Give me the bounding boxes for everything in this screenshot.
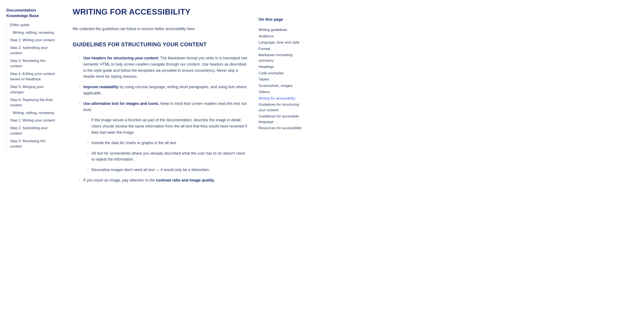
- toc-item[interactable]: Videos: [258, 89, 306, 95]
- nav-item[interactable]: Step 3: Reviewing the content: [10, 58, 56, 69]
- sub-list-item: Include the data for charts or graphs in…: [87, 140, 248, 146]
- nav-item[interactable]: Step 4: Editing your content based on fe…: [10, 71, 56, 82]
- nav-item[interactable]: Writing, editing, reviewing: [10, 110, 56, 116]
- right-sidebar: On this page Writing guidelines Audience…: [256, 0, 312, 325]
- list-item: Use alternative text for images and icon…: [79, 101, 248, 173]
- page-title: WRITING FOR ACCESSIBILITY: [73, 7, 248, 16]
- toc-item[interactable]: Code examples: [258, 70, 306, 76]
- list-item-end: .: [214, 178, 215, 182]
- sub-list-item: Decorative images don't need alt text — …: [87, 167, 248, 173]
- toc-item[interactable]: Tables: [258, 77, 306, 82]
- nav-item[interactable]: Step 5: Merging your changes: [10, 84, 56, 95]
- nav-item[interactable]: Step 1: Writing your content: [10, 37, 56, 43]
- toc-title: On this page: [258, 17, 306, 22]
- list-item-bold: Improve readability: [83, 85, 118, 89]
- nav-item[interactable]: Step 6: Deploying the final content: [10, 97, 56, 108]
- left-sidebar: Documentation Knowledge Base Editor guid…: [0, 0, 60, 325]
- list-item-bold: contrast ratio and image quality: [156, 178, 214, 182]
- toc-item-active[interactable]: Writing for accessibility: [258, 96, 306, 101]
- toc-item[interactable]: Headings: [258, 64, 306, 70]
- toc-item[interactable]: Language, tone and style: [258, 40, 306, 45]
- list-item: Use headers for structuring your content…: [79, 55, 248, 80]
- guideline-list: Use headers for structuring your content…: [73, 55, 248, 183]
- nav-item[interactable]: Step 2: Submitting your content: [10, 125, 56, 136]
- main-content: WRITING FOR ACCESSIBILITY We collected t…: [60, 0, 256, 325]
- sidebar-title: Documentation Knowledge Base: [6, 7, 56, 18]
- nav-item[interactable]: Step 3: Reviewing the content: [10, 138, 56, 149]
- toc-item[interactable]: Resources for accessibility: [258, 125, 306, 131]
- nav-item[interactable]: Editor guide: [10, 22, 56, 28]
- sub-list: If the image serves a function as part o…: [83, 117, 248, 173]
- toc-item[interactable]: Screenshots, images: [258, 83, 306, 89]
- toc-item[interactable]: Format: [258, 46, 306, 52]
- list-item-bold: Use headers for structuring your content: [83, 56, 158, 60]
- list-item-bold: Use alternative text for images and icon…: [83, 101, 159, 106]
- toc-item[interactable]: Writing guidelines: [258, 27, 306, 33]
- list-item-text: If you insert an image, pay attention to…: [83, 178, 156, 182]
- section-heading: GUIDELINES FOR STRUCTURING YOUR CONTENT: [73, 41, 248, 48]
- nav-item[interactable]: Step 1: Writing your content: [10, 118, 56, 123]
- list-item: If you insert an image, pay attention to…: [79, 177, 248, 183]
- intro-text: We collected the guidelines we follow to…: [73, 26, 248, 32]
- sub-list-item: If the image serves a function as part o…: [87, 117, 248, 135]
- toc-list: Writing guidelines Audience Language, to…: [258, 27, 306, 131]
- sub-list-item: Alt text for screenshots where you alrea…: [87, 150, 248, 163]
- nav-list: Editor guide Writing, editing, reviewing…: [6, 22, 56, 149]
- toc-item[interactable]: Guidelines for accessible language: [258, 114, 306, 124]
- toc-item[interactable]: Guidelines for structuring your content: [258, 102, 306, 113]
- nav-item[interactable]: Step 2: Submitting your content: [10, 45, 56, 56]
- nav-item[interactable]: Writing, editing, reviewing: [10, 30, 56, 35]
- toc-item[interactable]: Audience: [258, 33, 306, 39]
- list-item: Improve readability by using concise lan…: [79, 84, 248, 96]
- toc-item[interactable]: Markdown formatting summary: [258, 52, 306, 63]
